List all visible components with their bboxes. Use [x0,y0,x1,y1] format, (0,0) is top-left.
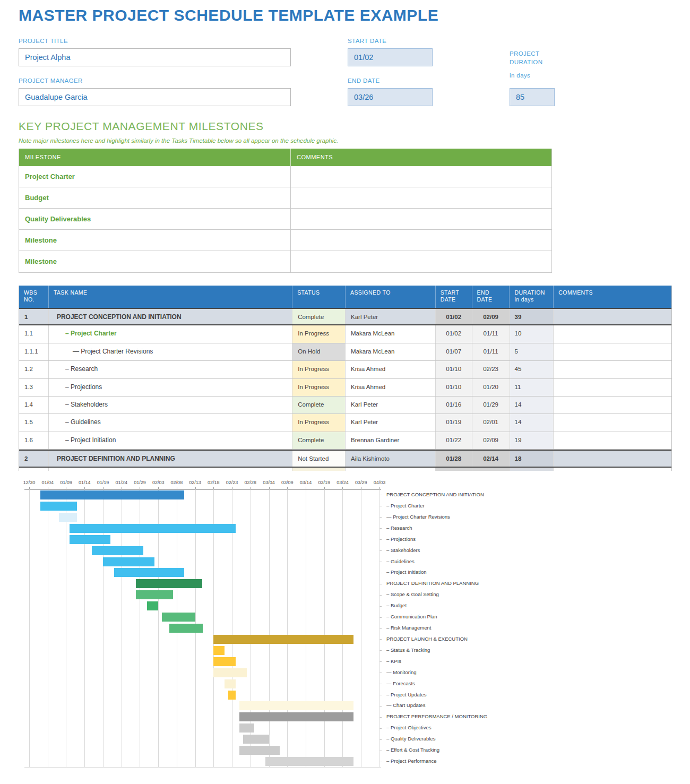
duration-cell[interactable]: 19 [510,432,554,449]
status-cell[interactable]: In Progress [292,361,345,378]
wbs-cell[interactable]: 1.3 [19,379,48,396]
assigned-to-cell[interactable]: Karl Peter [345,397,435,413]
start-date-input[interactable]: 01/02 [348,48,433,66]
start-date-cell[interactable]: 01/07 [435,343,472,360]
status-cell[interactable]: In Progress [292,414,345,431]
wbs-cell[interactable]: 1.5 [19,414,48,431]
wbs-cell[interactable]: 1.1.1 [19,343,48,360]
assigned-to-cell[interactable]: Karl Peter [345,414,435,431]
duration-cell[interactable]: 11 [510,379,554,396]
gantt-gridline [66,489,66,767]
status-cell[interactable]: Not Started [292,451,345,466]
assigned-to-cell[interactable]: Krisa Ahmed [345,361,435,378]
duration-cell[interactable]: 5 [510,343,554,360]
milestone-comment-cell[interactable] [291,251,551,272]
milestone-name-cell[interactable]: Milestone [19,251,291,272]
gantt-bar [225,679,236,688]
end-date-cell[interactable]: 02/09 [472,432,510,449]
start-date-cell[interactable]: 01/22 [435,432,472,449]
milestone-comment-cell[interactable] [291,166,551,187]
duration-cell[interactable]: 39 [510,309,554,324]
task-name-cell[interactable]: – Projections [48,379,292,396]
assigned-to-cell[interactable]: Makara McLean [345,343,435,360]
start-date-cell[interactable]: 01/10 [435,379,472,396]
end-date-cell[interactable]: 02/01 [472,414,510,431]
task-name-cell[interactable]: – Stakeholders [48,397,292,413]
comments-cell[interactable] [553,414,671,431]
task-name-cell[interactable]: — Project Charter Revisions [48,343,292,360]
column-header-end-date: ENDDATE [472,286,510,308]
end-date-cell[interactable]: 02/09 [472,309,510,324]
task-name-cell[interactable]: – Research [48,361,292,378]
start-date-cell[interactable]: 01/19 [435,414,472,431]
start-date-cell[interactable]: 01/02 [435,325,472,342]
wbs-cell[interactable]: 1 [19,309,48,324]
task-name-cell[interactable]: PROJECT DEFINITION AND PLANNING [48,451,292,466]
status-cell[interactable]: In Progress [292,379,345,396]
assigned-to-cell[interactable]: Krisa Ahmed [345,379,435,396]
table-row: 1PROJECT CONCEPTION AND INITIATIONComple… [19,308,671,325]
project-manager-input[interactable]: Guadalupe Garcia [19,88,291,106]
status-cell[interactable]: In Progress [292,325,345,342]
assigned-to-cell[interactable]: Aila Kishimoto [345,451,435,466]
start-date-cell[interactable]: 01/16 [435,397,472,413]
assigned-to-cell[interactable]: Brennan Gardiner [345,432,435,449]
end-date-input[interactable]: 03/26 [348,88,433,106]
gantt-gridline [29,489,30,767]
task-name-cell[interactable]: PROJECT CONCEPTION AND INITIATION [48,309,292,324]
comments-cell[interactable] [553,343,671,360]
end-date-cell[interactable]: 01/29 [472,397,510,413]
milestone-name-cell[interactable]: Project Charter [19,166,291,187]
wbs-cell[interactable]: 1.6 [19,432,48,449]
milestone-name-cell[interactable]: Budget [19,187,291,208]
status-cell[interactable]: Complete [292,309,345,324]
milestone-comment-cell[interactable] [291,230,551,251]
end-date-cell[interactable]: 01/20 [472,379,510,396]
comments-cell[interactable] [553,361,671,378]
end-date-cell[interactable]: 02/23 [472,361,510,378]
assigned-to-cell[interactable]: Makara McLean [345,325,435,342]
task-name-cell[interactable]: – Project Initiation [48,432,292,449]
duration-cell[interactable]: 14 [510,414,554,431]
end-date-cell[interactable]: 01/11 [472,343,510,360]
project-duration-input[interactable]: 85 [510,88,555,106]
wbs-cell[interactable]: 1.4 [19,397,48,413]
comments-cell[interactable] [553,451,671,466]
wbs-cell[interactable]: 1.2 [19,361,48,378]
milestone-name-cell[interactable]: Quality Deliverables [19,209,291,229]
duration-cell[interactable]: 14 [510,397,554,413]
status-cell[interactable]: On Hold [292,343,345,360]
comments-cell[interactable] [553,309,671,324]
wbs-cell[interactable]: 2 [19,451,48,466]
project-title-input[interactable]: Project Alpha [19,48,291,66]
milestone-row: Milestone [19,251,551,272]
gantt-bar [243,735,269,744]
duration-cell[interactable]: 45 [510,361,554,378]
assigned-to-cell[interactable]: Karl Peter [345,309,435,324]
comments-cell[interactable] [553,397,671,413]
gantt-gridline [306,489,306,767]
gantt-right-tick [380,595,382,596]
end-date-cell[interactable]: 01/11 [472,325,510,342]
start-date-cell[interactable]: 01/02 [435,309,472,324]
end-date-cell[interactable]: 02/14 [472,451,510,466]
status-cell[interactable]: Complete [292,397,345,413]
comments-cell[interactable] [553,432,671,449]
wbs-cell[interactable]: 1.1 [19,325,48,342]
milestone-comment-cell[interactable] [291,209,551,229]
gantt-task-label: PROJECT CONCEPTION AND INITIATION [386,489,484,501]
gantt-bar [265,757,354,766]
milestone-name-cell[interactable]: Milestone [19,230,291,251]
task-name-cell[interactable]: – Project Charter [48,325,292,342]
start-date-cell[interactable]: 01/10 [435,361,472,378]
duration-cell[interactable]: 10 [510,325,554,342]
comments-cell[interactable] [553,379,671,396]
milestone-comment-cell[interactable] [291,187,551,208]
duration-cell[interactable]: 18 [510,451,554,466]
start-date-cell[interactable]: 01/28 [435,451,472,466]
gantt-bar [213,657,236,666]
task-name-cell[interactable]: – Guidelines [48,414,292,431]
status-cell[interactable]: Complete [292,432,345,449]
gantt-task-label: PROJECT PERFORMANCE / MONITORING [386,711,487,722]
comments-cell[interactable] [553,325,671,342]
